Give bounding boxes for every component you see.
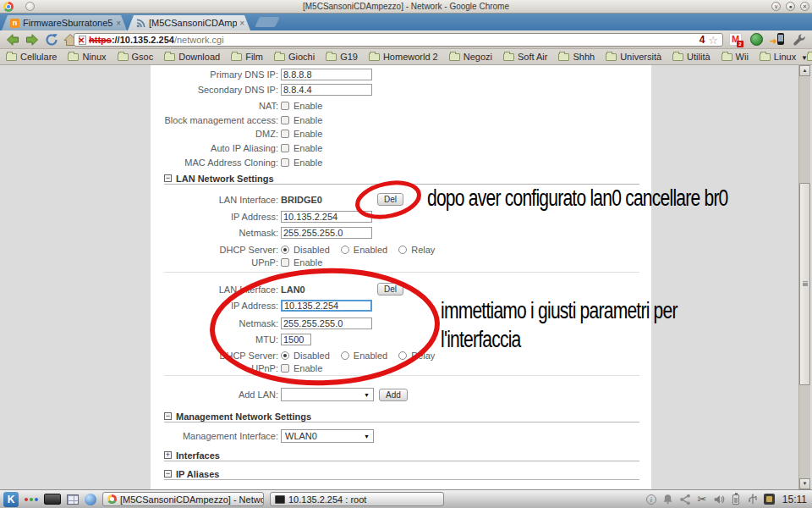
- bridge-upnp-checkbox[interactable]: [281, 258, 289, 267]
- secondary-dns-input[interactable]: [281, 84, 372, 96]
- bookmark-gsoc[interactable]: Gsoc: [118, 52, 154, 62]
- phone-extension-icon[interactable]: ➜: [771, 33, 784, 46]
- lan0-upnp-checkbox[interactable]: [281, 364, 289, 373]
- gmail-extension-icon[interactable]: M 2: [729, 33, 742, 46]
- taskbar-clock[interactable]: 15:11: [782, 494, 807, 505]
- bridge-netmask-input[interactable]: [281, 227, 372, 239]
- bookmark-ninux[interactable]: Ninux: [68, 52, 106, 62]
- bookmark-giochi[interactable]: Giochi: [274, 52, 315, 62]
- bookmark-linux[interactable]: Linux: [760, 52, 796, 62]
- bridge-iface-label: LAN Interface:: [151, 195, 281, 205]
- dmz-checkbox[interactable]: [281, 130, 289, 138]
- page-scrollbar[interactable]: ▲ ▼: [798, 65, 810, 489]
- bridge-dhcp-relay-radio[interactable]: [398, 246, 407, 254]
- mac-clone-checkbox[interactable]: [281, 158, 289, 167]
- volume-speaker-icon[interactable]: [713, 494, 725, 505]
- section-divider: [164, 461, 639, 461]
- tab-network-config[interactable]: [M5CSansoniCDAmpez ×: [128, 15, 250, 30]
- lan0-dhcp-disabled-radio[interactable]: [281, 351, 289, 360]
- add-lan-label: Add LAN:: [151, 389, 281, 400]
- lan0-netmask-input[interactable]: [281, 318, 372, 329]
- bridge-ip-input[interactable]: [281, 211, 372, 223]
- auto-alias-enable-label: Enable: [294, 143, 322, 153]
- klipper-scissors-icon[interactable]: ✂: [696, 494, 708, 505]
- bridge-netmask-label: Netmask:: [151, 228, 281, 238]
- add-lan-select[interactable]: ▼: [281, 388, 374, 401]
- taskbar-chrome-window[interactable]: [M5CSansoniCDAmpezzo] - Network - C: [102, 492, 264, 506]
- taskbar: K [M5CSansoniCDAmpezzo] - Network - C 10…: [0, 489, 812, 508]
- browser-launcher-icon[interactable]: [85, 494, 96, 505]
- scrollbar-thumb[interactable]: [799, 183, 810, 385]
- collapse-icon[interactable]: −: [164, 412, 172, 420]
- close-window-button[interactable]: ✕: [800, 2, 809, 11]
- mgmt-iface-select[interactable]: WLAN0 ▼: [281, 429, 374, 443]
- battery-icon[interactable]: [730, 494, 742, 505]
- section-mgmt-settings[interactable]: − Management Network Settings: [164, 411, 311, 422]
- bookmark-utilita[interactable]: Utilità: [672, 52, 710, 62]
- bookmark-download[interactable]: Download: [164, 52, 220, 62]
- tab-firmware[interactable]: n FirmwareSburratone5.5 ×: [2, 15, 127, 30]
- package-manager-icon[interactable]: [764, 494, 776, 505]
- expand-icon[interactable]: +: [164, 451, 172, 459]
- lan0-dhcp-enabled-radio[interactable]: [341, 351, 349, 360]
- taskbar-terminal-window[interactable]: 10.135.2.254 : root: [270, 492, 444, 506]
- insecure-page-icon[interactable]: [79, 36, 86, 45]
- bookmark-film[interactable]: Film: [231, 52, 263, 62]
- scroll-down-icon[interactable]: ▼: [799, 478, 810, 489]
- scroll-up-icon[interactable]: ▲: [799, 65, 810, 76]
- bookmark-g19[interactable]: G19: [326, 52, 358, 62]
- auto-alias-checkbox[interactable]: [281, 144, 289, 152]
- address-bar[interactable]: https://10.135.2.254/network.cgi 4 ☆: [74, 33, 723, 47]
- bookmark-lavoro[interactable]: Lavoro: [807, 52, 812, 62]
- section-lan-settings[interactable]: − LAN Network Settings: [164, 173, 274, 184]
- block-mgmt-checkbox[interactable]: [281, 116, 289, 124]
- lan0-dhcp-relay-radio[interactable]: [398, 351, 407, 360]
- collapse-icon[interactable]: −: [164, 470, 172, 478]
- quicklaunch-dots-icon[interactable]: [25, 498, 38, 501]
- bookmark-homeworld2[interactable]: Homeworld 2: [369, 52, 438, 62]
- section-interfaces[interactable]: + Interfaces: [164, 450, 220, 461]
- usb-device-icon[interactable]: [747, 494, 759, 505]
- bridge-dhcp-enabled-radio[interactable]: [341, 246, 349, 254]
- bookmark-softair[interactable]: Soft Air: [503, 52, 547, 62]
- bridge-dhcp-disabled-radio[interactable]: [281, 246, 289, 254]
- lan0-del-button[interactable]: Del: [377, 283, 403, 295]
- nat-checkbox[interactable]: [281, 102, 289, 110]
- network-share-icon[interactable]: [679, 494, 691, 505]
- add-lan-button[interactable]: Add: [379, 389, 408, 401]
- tab-title: [M5CSansoniCDAmpez: [149, 18, 237, 28]
- info-tray-icon[interactable]: i: [645, 494, 657, 505]
- forward-button[interactable]: [25, 33, 40, 47]
- bookmark-universita[interactable]: Università: [606, 52, 661, 62]
- back-button[interactable]: [5, 33, 20, 47]
- reload-button[interactable]: [44, 33, 59, 47]
- bookmarks-overflow-icon[interactable]: ▼: [801, 54, 808, 62]
- bookmark-star-icon[interactable]: ☆: [708, 35, 718, 46]
- bookmark-shhh[interactable]: Shhh: [558, 52, 595, 62]
- wrench-menu-icon[interactable]: [793, 33, 805, 46]
- maximize-window-button[interactable]: ●: [786, 2, 795, 11]
- primary-dns-label: Primary DNS IP:: [151, 69, 281, 80]
- primary-dns-input[interactable]: [281, 69, 372, 80]
- bookmark-cellulare[interactable]: Cellulare: [6, 52, 57, 62]
- section-ip-aliases[interactable]: − IP Aliases: [164, 468, 219, 479]
- bookmark-negozi[interactable]: Negozi: [449, 52, 492, 62]
- lan0-netmask-label: Netmask:: [151, 318, 281, 329]
- filemanager-launcher-icon[interactable]: [67, 494, 79, 505]
- lan0-ip-input[interactable]: [281, 300, 372, 312]
- notification-bell-icon[interactable]: [662, 494, 674, 505]
- url-text: https://10.135.2.254/network.cgi: [89, 35, 696, 45]
- kde-menu-button[interactable]: K: [3, 492, 19, 507]
- collapse-icon[interactable]: −: [164, 174, 172, 182]
- close-tab-icon[interactable]: ×: [239, 19, 244, 28]
- new-tab-button[interactable]: [255, 17, 280, 27]
- folder-icon: [807, 53, 812, 61]
- bridge-del-button[interactable]: Del: [377, 193, 403, 206]
- close-tab-icon[interactable]: ×: [116, 19, 121, 28]
- bookmark-wii[interactable]: Wii: [721, 52, 749, 62]
- konsole-launcher-icon[interactable]: [44, 494, 61, 505]
- green-extension-icon[interactable]: [750, 33, 763, 46]
- folder-icon: [449, 53, 460, 61]
- shade-window-button[interactable]: ∨: [771, 2, 781, 11]
- lan0-mtu-input[interactable]: [281, 334, 311, 345]
